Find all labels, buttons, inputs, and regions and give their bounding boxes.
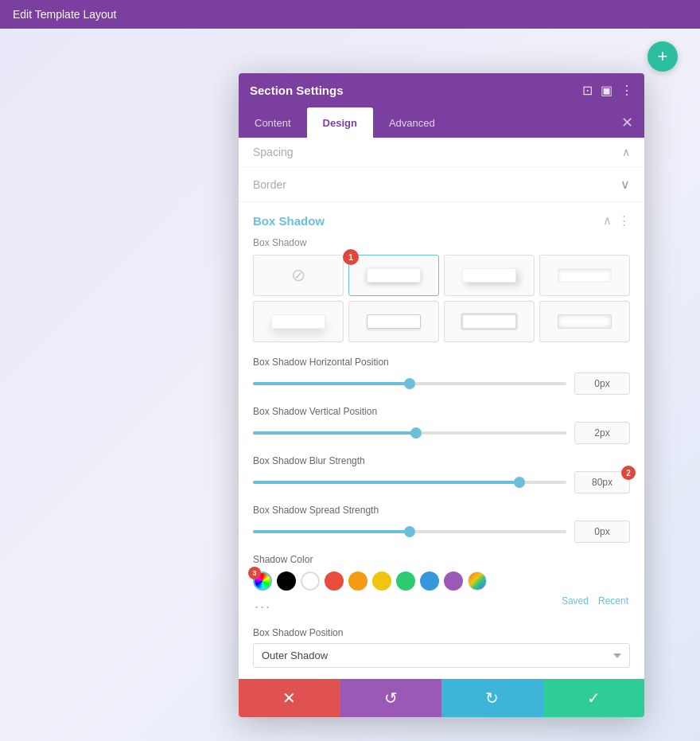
slider-vertical-fill bbox=[253, 431, 416, 435]
box-shadow-title: Box Shadow bbox=[253, 214, 325, 228]
saved-recent-row: Saved Recent bbox=[558, 595, 628, 606]
slider-horizontal-value[interactable]: 0px bbox=[574, 372, 630, 395]
box-shadow-section-icons: ∧ ⋮ bbox=[603, 213, 630, 228]
slider-vertical-value[interactable]: 2px bbox=[574, 422, 630, 444]
tab-design[interactable]: Design bbox=[307, 107, 373, 138]
swatch-badge-3: 3 bbox=[248, 567, 261, 579]
shadow-position-label: Box Shadow Position bbox=[253, 627, 630, 638]
slider-horizontal-control: 0px bbox=[253, 372, 630, 395]
slider-spread-strength: Box Shadow Spread Strength 0px bbox=[253, 505, 630, 543]
shadow-preset-3[interactable] bbox=[444, 255, 535, 296]
border-label: Border bbox=[253, 178, 286, 191]
color-swatch-black[interactable] bbox=[277, 571, 296, 591]
preset-box-8 bbox=[558, 314, 611, 329]
slider-vertical-thumb[interactable] bbox=[410, 427, 422, 439]
slider-horizontal-thumb[interactable] bbox=[404, 378, 415, 389]
slider-spread-thumb[interactable] bbox=[404, 526, 415, 537]
shadow-preset-none[interactable]: ⊘ bbox=[253, 255, 344, 296]
shadow-color-label: Shadow Color bbox=[253, 554, 630, 565]
color-swatch-red[interactable] bbox=[325, 571, 344, 591]
shadow-preset-4[interactable] bbox=[539, 255, 630, 296]
slider-horizontal-fill bbox=[253, 382, 410, 385]
spacing-chevron-icon: ∧ bbox=[622, 146, 630, 158]
slider-horizontal-position: Box Shadow Horizontal Position 0px bbox=[253, 357, 630, 395]
modal-header: Section Settings ⊡ ▣ ⋮ bbox=[239, 73, 644, 107]
color-swatch-orange[interactable] bbox=[348, 571, 368, 591]
slider-blur-value[interactable]: 80px 2 bbox=[574, 471, 630, 493]
slider-vertical-track[interactable] bbox=[253, 431, 566, 435]
redo-button[interactable]: ↻ bbox=[441, 679, 543, 717]
shadow-preset-2[interactable]: 1 bbox=[348, 255, 439, 296]
modal-title: Section Settings bbox=[250, 84, 344, 97]
slider-blur-thumb[interactable] bbox=[514, 477, 525, 488]
color-swatch-white[interactable] bbox=[301, 571, 320, 591]
modal-header-icons: ⊡ ▣ ⋮ bbox=[582, 83, 633, 98]
expand-icon[interactable]: ⊡ bbox=[582, 83, 593, 98]
preset-box-3 bbox=[462, 268, 515, 283]
tabs-bar: Content Design Advanced ✕ bbox=[239, 107, 644, 138]
fab-button[interactable]: + bbox=[648, 41, 678, 72]
sidebar-icon[interactable]: ▣ bbox=[601, 83, 612, 98]
modal-body: Spacing ∧ Border ∨ Box Shadow ∧ ⋮ Box Sh… bbox=[239, 138, 644, 679]
no-shadow-icon: ⊘ bbox=[291, 265, 305, 286]
swatches-more-icon[interactable]: ··· bbox=[255, 599, 271, 615]
preset-box-4 bbox=[558, 268, 611, 283]
tab-content[interactable]: Content bbox=[239, 107, 307, 138]
modal-footer: ✕ ↺ ↻ ✓ bbox=[239, 679, 644, 717]
color-swatch-blue[interactable] bbox=[420, 571, 439, 591]
slider-horizontal-label: Box Shadow Horizontal Position bbox=[253, 357, 630, 368]
slider-spread-track[interactable] bbox=[253, 530, 566, 533]
save-button[interactable]: ✓ bbox=[543, 679, 645, 717]
blur-value-badge: 2 bbox=[621, 466, 636, 480]
modal-close-icon[interactable]: ✕ bbox=[610, 107, 644, 138]
preset-box-2 bbox=[367, 268, 420, 283]
slider-spread-control: 0px bbox=[253, 521, 630, 543]
preset-badge-1: 1 bbox=[343, 249, 359, 265]
border-chevron-icon: ∨ bbox=[620, 177, 630, 192]
color-swatches-row: 3 bbox=[253, 571, 630, 591]
preset-box-7 bbox=[462, 314, 515, 329]
slider-vertical-control: 2px bbox=[253, 422, 630, 444]
color-swatch-rainbow[interactable] bbox=[468, 571, 487, 591]
preset-box-5 bbox=[271, 314, 325, 329]
shadow-preset-5[interactable] bbox=[253, 301, 344, 342]
slider-vertical-position: Box Shadow Vertical Position 2px bbox=[253, 406, 630, 444]
shadow-preset-7[interactable] bbox=[444, 301, 535, 342]
shadow-presets-label: Box Shadow bbox=[253, 237, 630, 248]
section-settings-modal: Section Settings ⊡ ▣ ⋮ Content Design Ad… bbox=[239, 73, 644, 717]
slider-spread-label: Box Shadow Spread Strength bbox=[253, 505, 630, 516]
slider-blur-fill bbox=[253, 481, 519, 484]
undo-button[interactable]: ↺ bbox=[340, 679, 442, 717]
slider-vertical-label: Box Shadow Vertical Position bbox=[253, 406, 630, 417]
slider-horizontal-track[interactable] bbox=[253, 382, 566, 385]
box-shadow-title-row: Box Shadow ∧ ⋮ bbox=[253, 213, 630, 228]
color-swatch-green[interactable] bbox=[396, 571, 415, 591]
border-section-row[interactable]: Border ∨ bbox=[239, 167, 644, 202]
spacing-section-row[interactable]: Spacing ∧ bbox=[239, 138, 644, 167]
box-shadow-more-icon[interactable]: ⋮ bbox=[618, 213, 630, 228]
color-swatch-yellow[interactable] bbox=[372, 571, 391, 591]
more-options-icon[interactable]: ⋮ bbox=[620, 83, 633, 98]
box-shadow-collapse-icon[interactable]: ∧ bbox=[603, 213, 612, 228]
spacing-label: Spacing bbox=[253, 146, 294, 158]
slider-spread-fill bbox=[253, 530, 410, 533]
slider-blur-strength: Box Shadow Blur Strength 80px 2 bbox=[253, 455, 630, 493]
slider-blur-control: 80px 2 bbox=[253, 471, 630, 493]
cancel-button[interactable]: ✕ bbox=[239, 679, 340, 717]
shadow-presets-grid: ⊘ 1 bbox=[253, 255, 630, 342]
slider-spread-value[interactable]: 0px bbox=[574, 521, 630, 543]
tab-advanced[interactable]: Advanced bbox=[373, 107, 451, 138]
shadow-position-select[interactable]: Outer Shadow Inner Shadow bbox=[253, 643, 630, 668]
box-shadow-section: Box Shadow ∧ ⋮ Box Shadow ⊘ 1 bbox=[239, 202, 644, 679]
slider-blur-label: Box Shadow Blur Strength bbox=[253, 455, 630, 466]
preset-box-6 bbox=[367, 314, 420, 329]
recent-tab[interactable]: Recent bbox=[598, 595, 628, 606]
saved-tab[interactable]: Saved bbox=[562, 595, 589, 606]
color-swatch-purple[interactable] bbox=[444, 571, 463, 591]
top-bar-title: Edit Template Layout bbox=[13, 8, 117, 21]
top-bar: Edit Template Layout bbox=[0, 0, 700, 29]
shadow-preset-6[interactable] bbox=[348, 301, 439, 342]
slider-blur-track[interactable] bbox=[253, 481, 566, 484]
custom-swatch-wrap: 3 bbox=[253, 571, 272, 591]
shadow-preset-8[interactable] bbox=[539, 301, 630, 342]
